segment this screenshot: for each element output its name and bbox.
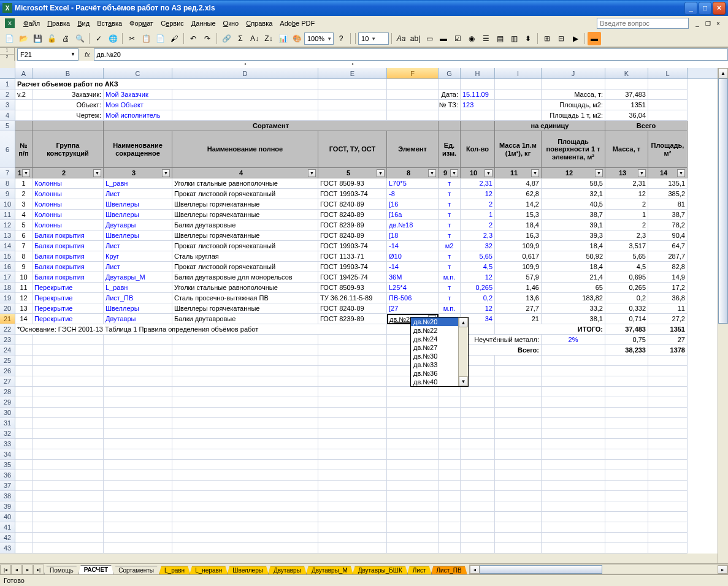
sort-desc-icon[interactable]: Z↓ <box>262 32 275 45</box>
form-textbox-icon[interactable]: ab| <box>408 32 422 45</box>
form-props-icon[interactable]: ⊞ <box>540 32 554 45</box>
permission-icon[interactable]: 🔓 <box>45 32 58 45</box>
menu-help[interactable]: Справка <box>242 18 276 28</box>
autofilter-icon[interactable]: ▼ <box>162 169 170 177</box>
fx-icon[interactable]: fx <box>81 51 94 58</box>
autofilter-icon[interactable]: ▼ <box>677 169 685 177</box>
scroll-right-icon[interactable]: ▸ <box>718 565 727 574</box>
row-header[interactable]: 13 <box>0 230 15 241</box>
row-header[interactable]: 2 <box>0 89 15 100</box>
sort-asc-icon[interactable]: A↓ <box>248 32 261 45</box>
form-combo-icon[interactable]: ▤ <box>493 32 507 45</box>
horizontal-scrollbar[interactable]: ◂ ▸ <box>469 565 728 574</box>
col-header-J[interactable]: J <box>542 68 605 78</box>
row-header[interactable]: 30 <box>0 408 15 418</box>
mdi-restore[interactable]: ❐ <box>703 19 713 28</box>
col-header-E[interactable]: E <box>318 68 387 78</box>
menu-insert[interactable]: Вставка <box>93 18 126 28</box>
row-header[interactable]: 34 <box>0 449 15 460</box>
col-header-B[interactable]: B <box>33 68 104 78</box>
research-icon[interactable]: 🌐 <box>106 32 120 45</box>
sheet-tab[interactable]: Двутавры_М <box>306 566 353 574</box>
col-header-C[interactable]: C <box>104 68 172 78</box>
undo-icon[interactable]: ↶ <box>186 32 200 45</box>
sheet-tab[interactable]: РАСЧЕТ <box>79 565 114 574</box>
form-code-icon[interactable]: ⊟ <box>554 32 568 45</box>
autofilter-icon[interactable]: ▼ <box>22 169 30 177</box>
chart-icon[interactable]: 📊 <box>276 32 289 45</box>
name-box[interactable]: F21▼ <box>17 48 79 61</box>
row-header[interactable]: 4 <box>0 110 15 121</box>
autofilter-icon[interactable]: ▼ <box>93 169 101 177</box>
autofilter-icon[interactable]: ▼ <box>485 169 492 177</box>
sheet-tab[interactable]: Лист_ПВ <box>431 566 467 574</box>
autosum-icon[interactable]: Σ <box>234 32 247 45</box>
scroll-down-icon[interactable]: ▼ <box>459 376 468 386</box>
row-header[interactable]: 11 <box>0 210 15 220</box>
row-header[interactable]: 6 <box>0 131 15 168</box>
cell-dropdown-list[interactable]: дв.№20дв.№22дв.№24дв.№27дв.№30дв.№33дв.№… <box>410 317 469 387</box>
form-label-icon[interactable]: Aa <box>394 32 408 45</box>
sheet-tab[interactable]: Сортаменты <box>113 566 159 574</box>
sheet-tab[interactable]: L_неравн <box>190 566 228 574</box>
row-header[interactable]: 38 <box>0 491 15 501</box>
row-header[interactable]: 28 <box>0 387 15 397</box>
col-header-L[interactable]: L <box>648 68 688 78</box>
col-header-I[interactable]: I <box>495 68 542 78</box>
menu-adobe[interactable]: Adobe PDF <box>276 18 318 28</box>
cut-icon[interactable]: ✂ <box>125 32 139 45</box>
sheet-tab[interactable]: Помощь <box>44 566 79 574</box>
row-level-buttons[interactable]: 12 <box>0 48 15 61</box>
scrollbar-thumb[interactable] <box>718 78 728 324</box>
row-header[interactable]: 15 <box>0 251 15 262</box>
sheet-tab[interactable]: L_равн <box>159 566 190 574</box>
select-all-corner[interactable] <box>0 68 15 78</box>
autofilter-icon[interactable]: ▼ <box>595 169 603 177</box>
row-header[interactable]: 9 <box>0 189 15 199</box>
paste-icon[interactable]: 📄 <box>153 32 167 45</box>
row-header[interactable]: 23 <box>0 335 15 345</box>
form-button-icon[interactable]: ▬ <box>437 32 450 45</box>
form-run-icon[interactable]: ▶ <box>569 32 582 45</box>
row-header[interactable]: 16 <box>0 262 15 272</box>
scroll-left-icon[interactable]: ◂ <box>470 565 480 574</box>
sheet-tab[interactable]: Лист <box>407 566 432 574</box>
menu-file[interactable]: Файл <box>20 18 44 28</box>
menu-edit[interactable]: Правка <box>44 18 74 28</box>
row-header[interactable]: 41 <box>0 522 15 533</box>
row-header[interactable]: 37 <box>0 481 15 491</box>
row-header[interactable]: 31 <box>0 418 15 428</box>
autofilter-icon[interactable]: ▼ <box>428 169 436 177</box>
sheet-nav-prev[interactable]: ◂ <box>11 565 22 574</box>
scroll-up-icon[interactable]: ▲ <box>459 318 468 327</box>
row-header[interactable]: 39 <box>0 501 15 512</box>
row-header[interactable]: 7 <box>0 168 15 178</box>
row-header[interactable]: 32 <box>0 428 15 439</box>
row-header[interactable]: 18 <box>0 283 15 293</box>
form-scrollbar-icon[interactable]: ▥ <box>507 32 521 45</box>
col-header-K[interactable]: K <box>605 68 648 78</box>
open-icon[interactable]: 📂 <box>17 32 30 45</box>
format-painter-icon[interactable]: 🖌 <box>167 32 181 45</box>
fontsize-combo[interactable]: 10▼ <box>358 32 389 45</box>
help-search-input[interactable] <box>597 18 689 29</box>
row-header[interactable]: 33 <box>0 439 15 449</box>
sheet-tab[interactable]: Швеллеры <box>227 566 269 574</box>
minimize-button[interactable]: _ <box>684 2 697 15</box>
autofilter-icon[interactable]: ▼ <box>638 169 646 177</box>
col-header-H[interactable]: H <box>461 68 495 78</box>
row-header[interactable]: 10 <box>0 199 15 210</box>
scrollbar-thumb[interactable] <box>480 565 602 574</box>
col-header-F[interactable]: F <box>387 68 439 78</box>
form-spinner-icon[interactable]: ⬍ <box>521 32 535 45</box>
row-header[interactable]: 5 <box>0 121 15 131</box>
row-header[interactable]: 20 <box>0 303 15 314</box>
grid-body[interactable]: 1Расчет объемов работ по АКЗ2v.2Заказчик… <box>0 79 728 554</box>
hyperlink-icon[interactable]: 🔗 <box>220 32 233 45</box>
sheet-tab[interactable]: Двутавры <box>268 566 307 574</box>
formula-input[interactable]: дв.№20 <box>94 48 728 61</box>
col-header-A[interactable]: A <box>15 68 33 78</box>
row-header[interactable]: 21 <box>0 314 15 324</box>
autofilter-icon[interactable]: ▼ <box>377 169 385 177</box>
form-group-icon[interactable]: ▭ <box>423 32 436 45</box>
